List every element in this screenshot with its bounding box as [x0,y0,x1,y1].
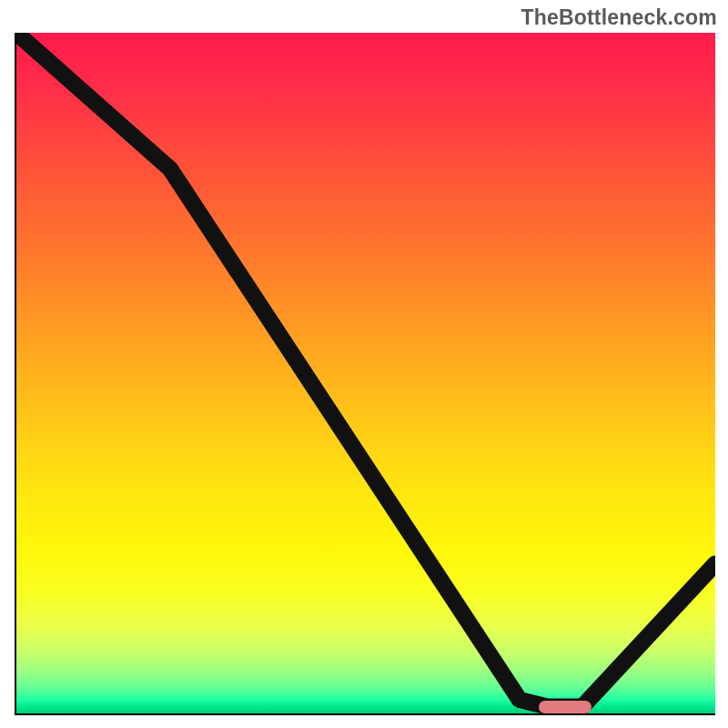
chart-plot-area [15,33,715,715]
bottleneck-curve [16,33,715,707]
chart-container: TheBottleneck.com [0,0,728,728]
chart-svg [16,33,715,713]
watermark-text: TheBottleneck.com [521,5,717,30]
optimal-range-marker [539,701,592,713]
